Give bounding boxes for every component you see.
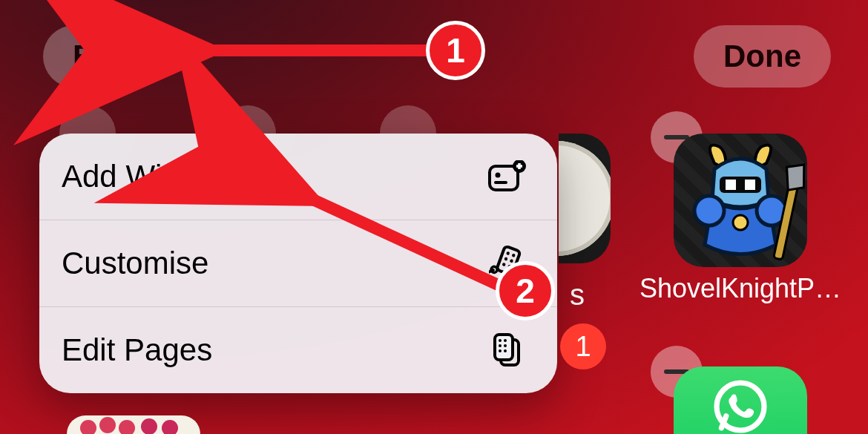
svg-rect-2 xyxy=(494,181,507,184)
annotation-step-2: 2 xyxy=(496,261,555,320)
svg-rect-15 xyxy=(495,335,513,360)
menu-item-label: Customise xyxy=(62,246,208,281)
menu-item-customise[interactable]: Customise xyxy=(39,220,557,306)
truncated-app-label-peek: s xyxy=(570,278,585,312)
svg-point-10 xyxy=(510,259,514,263)
notification-count: 1 xyxy=(575,331,591,363)
edit-button-label: Edit xyxy=(73,39,131,73)
menu-item-label: Edit Pages xyxy=(62,332,212,368)
svg-rect-5 xyxy=(518,163,521,169)
edit-context-menu: Add Widget Customise xyxy=(39,134,557,393)
svg-point-21 xyxy=(504,349,507,352)
svg-point-26 xyxy=(694,196,724,226)
done-button-label: Done xyxy=(723,39,801,73)
svg-point-20 xyxy=(499,349,502,352)
svg-rect-0 xyxy=(490,166,518,190)
pages-icon xyxy=(487,332,527,368)
app-icon-shovelknight xyxy=(674,134,807,267)
done-button[interactable]: Done xyxy=(694,25,831,88)
svg-point-9 xyxy=(504,257,508,261)
menu-item-label: Add Widget xyxy=(62,159,223,194)
svg-point-25 xyxy=(733,215,748,230)
app-shovelknight[interactable]: ShovelKnightP… xyxy=(674,134,807,304)
svg-rect-24 xyxy=(745,180,755,190)
svg-rect-23 xyxy=(726,180,736,190)
svg-point-18 xyxy=(499,344,502,347)
menu-item-edit-pages[interactable]: Edit Pages xyxy=(39,306,557,393)
app-peek-bottom-left[interactable] xyxy=(67,415,200,434)
svg-point-7 xyxy=(506,251,510,256)
annotation-step-1: 1 xyxy=(426,21,485,80)
edit-button[interactable]: Edit xyxy=(43,25,161,88)
app-label-shovelknight: ShovelKnightP… xyxy=(637,273,844,304)
svg-point-17 xyxy=(504,339,507,342)
svg-point-11 xyxy=(502,263,506,267)
svg-point-19 xyxy=(504,344,507,347)
widget-add-icon xyxy=(487,159,527,194)
svg-point-8 xyxy=(511,253,516,257)
notification-badge: 1 xyxy=(560,323,606,369)
svg-point-1 xyxy=(496,173,501,178)
clock-app-peek[interactable] xyxy=(559,134,611,263)
menu-item-add-widget[interactable]: Add Widget xyxy=(39,134,557,220)
app-whatsapp-peek[interactable] xyxy=(674,366,807,434)
svg-point-16 xyxy=(499,339,502,342)
whatsapp-icon xyxy=(703,377,777,434)
